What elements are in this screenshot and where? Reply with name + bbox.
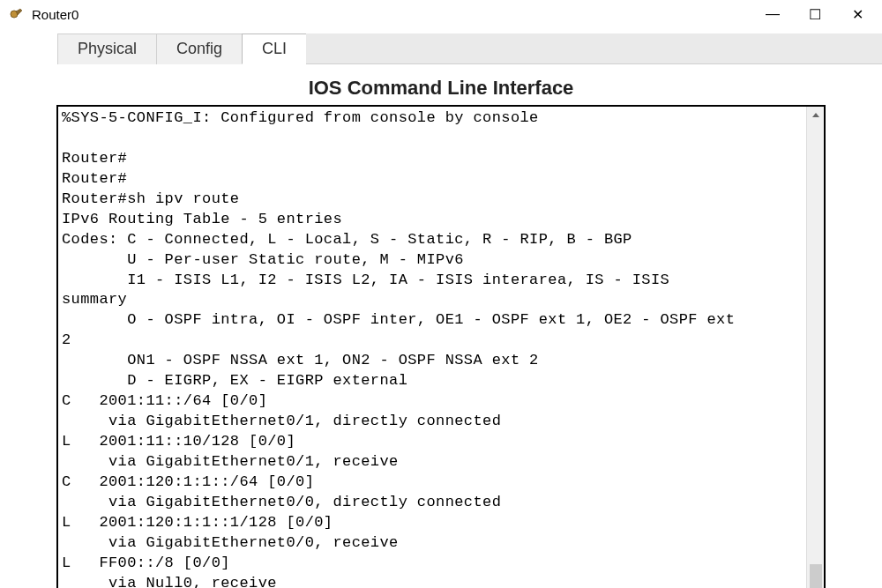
- close-button[interactable]: ✕: [848, 5, 866, 23]
- tab-cli[interactable]: CLI: [242, 33, 307, 64]
- app-icon: [9, 6, 25, 22]
- maximize-button[interactable]: ☐: [806, 5, 824, 23]
- scroll-thumb[interactable]: [810, 564, 822, 588]
- scroll-track[interactable]: [807, 124, 824, 588]
- minimize-button[interactable]: —: [764, 5, 781, 23]
- scrollbar[interactable]: [806, 107, 824, 588]
- terminal-output[interactable]: %SYS-5-CONFIG_I: Configured from console…: [58, 107, 806, 588]
- tab-filler: [306, 33, 882, 64]
- terminal-container: %SYS-5-CONFIG_I: Configured from console…: [56, 105, 826, 588]
- tab-physical[interactable]: Physical: [57, 33, 157, 64]
- scroll-up-arrow[interactable]: [807, 107, 824, 124]
- window-title: Router0: [32, 7, 764, 22]
- cli-heading: IOS Command Line Interface: [0, 77, 882, 100]
- tab-config[interactable]: Config: [156, 33, 243, 64]
- title-bar: Router0 — ☐ ✕: [0, 0, 882, 28]
- tabs-bar: Physical Config CLI: [0, 33, 882, 64]
- window-controls: — ☐ ✕: [764, 5, 866, 23]
